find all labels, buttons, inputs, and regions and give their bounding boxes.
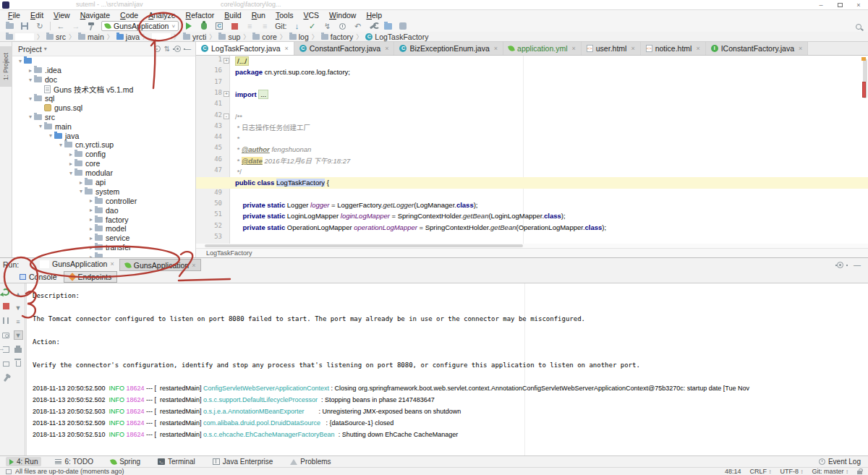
close-icon[interactable]: × <box>285 45 289 52</box>
breadcrumb-item-yrcti[interactable]: yrcti <box>182 33 208 41</box>
search-everywhere-icon[interactable] <box>856 22 864 30</box>
chevron-down-icon[interactable]: ▾ <box>27 77 34 83</box>
chevron-right-icon[interactable]: ▸ <box>88 244 95 251</box>
history-icon[interactable] <box>337 21 347 31</box>
breadcrumb-item-factory[interactable]: factory <box>320 33 355 41</box>
lock-icon[interactable] <box>857 471 862 474</box>
console-output[interactable]: Description:The Tomcat connector configu… <box>26 283 868 456</box>
editor-tab-logtaskfactory-java[interactable]: CLogTaskFactory.java× <box>196 42 294 55</box>
thread-dump-camera-icon[interactable] <box>1 330 11 340</box>
code-editor[interactable]: 1+161718+4142-434445464748-4950515253 /.… <box>196 56 868 244</box>
run-tab-2[interactable]: GunsApplication× <box>119 259 202 271</box>
tree-row-controller[interactable]: ▸controller <box>12 196 195 205</box>
editor-tab-user-html[interactable]: <>user.html× <box>582 42 641 55</box>
tree-row-system[interactable]: ▾system <box>12 187 195 196</box>
breadcrumb-item-java[interactable]: java <box>115 33 141 41</box>
breadcrumb-item-log[interactable]: log <box>288 33 310 41</box>
caret-position[interactable]: 48:14 <box>725 468 741 475</box>
editor-tab-application-yml[interactable]: application.yml× <box>503 42 582 55</box>
editor-tab-iconstantfactory-java[interactable]: IIConstantFactory.java× <box>706 42 809 55</box>
collapse-all-icon[interactable]: ⇅ <box>162 44 172 54</box>
tree-row-service[interactable]: ▸service <box>12 234 195 243</box>
git-update-icon[interactable]: ↓ <box>292 21 302 31</box>
close-button[interactable]: × <box>849 0 868 10</box>
editor-tab-bizexceptionenum-java[interactable]: CBizExceptionEnum.java× <box>394 42 503 55</box>
project-structure-icon[interactable] <box>383 21 393 31</box>
chevron-down-icon[interactable]: ▾ <box>47 132 54 139</box>
view-tab-endpoints[interactable]: Endpoints <box>64 271 118 283</box>
tree-row-main[interactable]: ▾main <box>12 121 195 131</box>
tree-row-src[interactable]: ▾src <box>12 112 195 121</box>
panel-settings-gear-icon[interactable] <box>172 44 182 54</box>
menu-item-view[interactable]: View <box>48 10 75 20</box>
tree-row-dao[interactable]: ▸dao <box>12 205 195 215</box>
restore-layout-icon[interactable] <box>1 359 11 369</box>
editor-tab-notice-html[interactable]: <>notice.html× <box>641 42 706 55</box>
menu-item-build[interactable]: Build <box>219 10 246 20</box>
editor-horizontal-scrollbar[interactable] <box>196 244 868 248</box>
git-diff-icon[interactable]: ↯ <box>322 21 332 31</box>
locate-file-icon[interactable] <box>152 44 162 54</box>
exit-icon[interactable] <box>1 345 11 354</box>
minimize-button[interactable]: – <box>812 0 830 10</box>
attach-debugger-icon[interactable]: ≡ <box>244 21 255 31</box>
stop-button[interactable] <box>1 301 11 311</box>
toolwindow-button-spring[interactable]: Spring <box>107 457 144 466</box>
sync-icon[interactable]: ↻ <box>35 21 45 31</box>
clear-all-icon[interactable] <box>14 358 23 367</box>
close-icon[interactable]: × <box>631 45 634 52</box>
forward-icon[interactable]: → <box>71 21 81 31</box>
profiler-icon[interactable]: ≡ <box>260 21 270 31</box>
rerun-button[interactable] <box>1 287 11 296</box>
breadcrumb-item[interactable] <box>4 33 35 40</box>
close-icon[interactable]: × <box>192 262 195 269</box>
tree-row-modular[interactable]: ▾modular <box>12 168 195 178</box>
hide-panel-icon[interactable]: — <box>852 260 862 270</box>
tree-row-java[interactable]: ▾java <box>12 131 195 140</box>
close-icon[interactable]: × <box>494 45 498 52</box>
chevron-right-icon[interactable]: ▸ <box>77 179 85 186</box>
open-icon[interactable] <box>4 21 14 31</box>
chevron-down-icon[interactable]: ▾ <box>17 58 24 64</box>
chevron-right-icon[interactable]: ▸ <box>88 207 95 213</box>
save-all-icon[interactable] <box>20 21 30 31</box>
coverage-button[interactable]: C <box>214 21 224 31</box>
close-icon[interactable]: × <box>572 45 576 52</box>
tree-row-sql[interactable]: ▾sql <box>12 94 195 103</box>
close-icon[interactable]: × <box>799 45 802 52</box>
chevron-down-icon[interactable]: ▾ <box>37 123 44 129</box>
error-stripe-mark-error[interactable] <box>862 82 866 98</box>
menu-item-window[interactable]: Window <box>324 10 361 20</box>
build-hammer-icon[interactable] <box>86 21 96 31</box>
chevron-right-icon[interactable]: ▸ <box>67 161 75 167</box>
close-icon[interactable]: × <box>110 260 114 268</box>
view-tab-console[interactable]: Console <box>14 271 62 283</box>
chevron-down-icon[interactable]: ▾ <box>27 95 34 102</box>
tree-row-cn-yrcti-sup[interactable]: ▾cn.yrcti.sup <box>12 140 195 150</box>
chevron-right-icon[interactable]: ▸ <box>27 67 34 74</box>
back-icon[interactable]: ← <box>56 21 66 31</box>
tree-row--idea[interactable]: ▸.idea <box>12 66 195 75</box>
panel-settings-gear-icon[interactable] <box>835 260 845 270</box>
toolwindow-button-4-run[interactable]: 4: Run <box>6 457 41 466</box>
debug-button[interactable] <box>199 21 209 31</box>
menu-item-navigate[interactable]: Navigate <box>75 10 115 20</box>
menu-item-analyze[interactable]: Analyze <box>143 10 180 20</box>
toolwindow-button-java-enterprise[interactable]: Java Enterprise <box>209 457 276 466</box>
tree-row-api[interactable]: ▸api <box>12 178 195 187</box>
git-branch-select[interactable]: Git: master ↕ <box>812 468 848 475</box>
error-stripe-mark-warning[interactable] <box>861 57 866 61</box>
tree-row-config[interactable]: ▸config <box>12 150 195 159</box>
stop-button[interactable] <box>229 21 239 31</box>
breadcrumb-item[interactable] <box>150 33 172 40</box>
scrollbar-thumb[interactable] <box>205 244 523 247</box>
editor-tab-constantfactory-java[interactable]: CConstantFactory.java× <box>294 42 395 55</box>
chevron-right-icon[interactable]: ▸ <box>67 151 75 158</box>
close-icon[interactable]: × <box>385 45 388 52</box>
rollback-icon[interactable]: ↶ <box>352 21 362 31</box>
toolwindow-button-problems[interactable]: Problems <box>286 457 334 466</box>
menu-item-tools[interactable]: Tools <box>271 10 299 20</box>
encoding-select[interactable]: UTF-8 ↕ <box>780 468 803 475</box>
project-panel-title[interactable]: Project <box>18 45 42 54</box>
menu-item-edit[interactable]: Edit <box>25 10 48 20</box>
